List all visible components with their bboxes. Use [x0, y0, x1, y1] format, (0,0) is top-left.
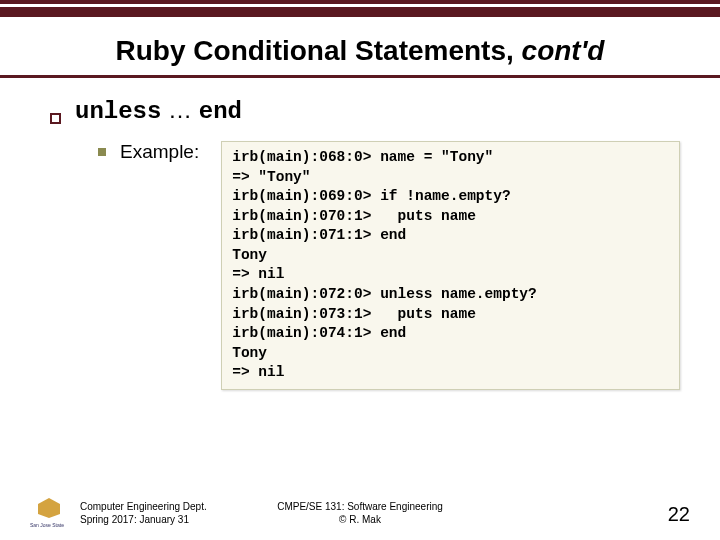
footer-dept: Computer Engineering Dept. — [80, 501, 207, 514]
footer-course: CMPE/SE 131: Software Engineering — [277, 501, 443, 514]
footer-left: Computer Engineering Dept. Spring 2017: … — [80, 501, 207, 526]
university-logo-icon: San Jose State — [30, 498, 70, 526]
decorative-top-bars — [0, 0, 720, 17]
title-italic: cont'd — [522, 35, 605, 66]
footer-date: Spring 2017: January 31 — [80, 514, 207, 527]
example-label: Example: — [120, 141, 199, 163]
square-bullet-icon — [50, 113, 61, 124]
filled-square-bullet-icon — [98, 148, 106, 156]
code-block: irb(main):068:0> name = "Tony" => "Tony"… — [221, 141, 680, 390]
keyword-unless: unless — [75, 98, 161, 125]
slide-title: Ruby Conditional Statements, cont'd — [0, 17, 720, 75]
bullet-level1: unless … end — [50, 96, 680, 125]
footer-center: CMPE/SE 131: Software Engineering © R. M… — [277, 501, 443, 526]
footer-copyright: © R. Mak — [277, 514, 443, 527]
title-underline — [0, 75, 720, 78]
slide-footer: San Jose State Computer Engineering Dept… — [0, 498, 720, 526]
content-area: unless … end Example: irb(main):068:0> n… — [0, 96, 720, 390]
logo-caption: San Jose State — [30, 522, 64, 528]
heading-text: unless … end — [75, 96, 242, 125]
ellipsis-text: … — [161, 96, 198, 123]
bullet-level2: Example: irb(main):068:0> name = "Tony" … — [98, 141, 680, 390]
title-main: Ruby Conditional Statements, — [116, 35, 522, 66]
page-number: 22 — [668, 503, 690, 526]
keyword-end: end — [199, 98, 242, 125]
